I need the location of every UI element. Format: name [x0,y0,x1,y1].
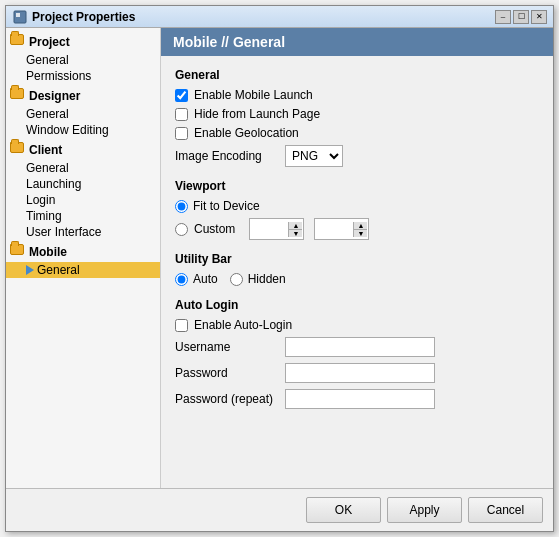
folder-icon-mobile [10,244,26,260]
tree-group-designer: Designer General Window Editing [6,86,160,138]
utility-bar-section: Utility Bar Auto Hidden [175,252,539,286]
custom-viewport-row: Custom 800 ▲ ▼ 600 ▲ ▼ [175,218,539,240]
sidebar-item-general1[interactable]: General [6,52,160,68]
svg-rect-1 [16,13,20,17]
viewport-width-spinbox-buttons: ▲ ▼ [288,222,302,237]
sidebar-item-designer[interactable]: Designer [6,86,160,106]
username-label: Username [175,340,285,354]
window-controls: – ☐ ✕ [495,10,547,24]
password-row: Password [175,363,539,383]
viewport-height-input[interactable]: 600 [315,222,353,236]
viewport-width-spinbox: 800 ▲ ▼ [249,218,304,240]
utility-auto-label: Auto [193,272,218,286]
viewport-height-spinbox: 600 ▲ ▼ [314,218,369,240]
fit-to-device-radio[interactable] [175,200,188,213]
tree-group-client: Client General Launching Login Timing Us… [6,140,160,240]
tree-group-mobile: Mobile General [6,242,160,278]
minimize-button[interactable]: – [495,10,511,24]
enable-mobile-launch-checkbox[interactable] [175,89,188,102]
enable-auto-login-label: Enable Auto-Login [194,318,292,332]
project-properties-window: Project Properties – ☐ ✕ Project General… [5,5,554,532]
username-row: Username [175,337,539,357]
enable-mobile-launch-label: Enable Mobile Launch [194,88,313,102]
password-label: Password [175,366,285,380]
hide-from-launch-label: Hide from Launch Page [194,107,320,121]
content-area: Project General Permissions Designer Gen… [6,28,553,488]
general-section-title: General [175,68,539,82]
sidebar-item-timing[interactable]: Timing [6,208,160,224]
sidebar-item-launching[interactable]: Launching [6,176,160,192]
folder-icon-client [10,142,26,158]
window-title: Project Properties [32,10,495,24]
sidebar-item-permissions[interactable]: Permissions [6,68,160,84]
sidebar-item-project[interactable]: Project [6,32,160,52]
sidebar-item-login[interactable]: Login [6,192,160,208]
viewport-section: Viewport Fit to Device Custom 800 ▲ ▼ [175,179,539,240]
utility-hidden-label: Hidden [248,272,286,286]
utility-bar-options-row: Auto Hidden [175,272,539,286]
password-repeat-label: Password (repeat) [175,392,285,406]
custom-label: Custom [194,222,235,236]
username-input[interactable] [285,337,435,357]
folder-icon-designer [10,88,26,104]
general-section: General Enable Mobile Launch Hide from L… [175,68,539,167]
sidebar-item-user-interface[interactable]: User Interface [6,224,160,240]
cancel-button[interactable]: Cancel [468,497,543,523]
sidebar-item-window-editing[interactable]: Window Editing [6,122,160,138]
tree-group-project: Project General Permissions [6,32,160,84]
footer: OK Apply Cancel [6,488,553,531]
image-encoding-row: Image Encoding PNG JPEG [175,145,539,167]
sidebar-item-mobile[interactable]: Mobile [6,242,160,262]
utility-hidden-radio[interactable] [230,273,243,286]
panel-header: Mobile // General [161,28,553,56]
main-panel: Mobile // General General Enable Mobile … [161,28,553,488]
apply-button[interactable]: Apply [387,497,462,523]
hide-from-launch-checkbox[interactable] [175,108,188,121]
viewport-height-spinbox-buttons: ▲ ▼ [353,222,367,237]
folder-icon-project [10,34,26,50]
image-encoding-select[interactable]: PNG JPEG [285,145,343,167]
viewport-height-up[interactable]: ▲ [354,222,367,230]
viewport-width-up[interactable]: ▲ [289,222,302,230]
window-icon [12,9,28,25]
password-input[interactable] [285,363,435,383]
sidebar-item-client[interactable]: Client [6,140,160,160]
enable-geolocation-label: Enable Geolocation [194,126,299,140]
enable-auto-login-row: Enable Auto-Login [175,318,539,332]
sidebar-item-general2[interactable]: General [6,106,160,122]
viewport-height-down[interactable]: ▼ [354,230,367,237]
image-encoding-label: Image Encoding [175,149,285,163]
fit-to-device-label: Fit to Device [193,199,260,213]
panel-body: General Enable Mobile Launch Hide from L… [161,56,553,488]
ok-button[interactable]: OK [306,497,381,523]
auto-login-section-title: Auto Login [175,298,539,312]
sidebar-item-mobile-general[interactable]: General [6,262,160,278]
viewport-section-title: Viewport [175,179,539,193]
utility-bar-section-title: Utility Bar [175,252,539,266]
auto-login-section: Auto Login Enable Auto-Login Username Pa… [175,298,539,409]
restore-button[interactable]: ☐ [513,10,529,24]
sidebar: Project General Permissions Designer Gen… [6,28,161,488]
close-button[interactable]: ✕ [531,10,547,24]
utility-auto-radio[interactable] [175,273,188,286]
arrow-icon-mobile-general [26,265,34,275]
fit-to-device-row: Fit to Device [175,199,539,213]
hide-from-launch-row: Hide from Launch Page [175,107,539,121]
sidebar-item-general3[interactable]: General [6,160,160,176]
enable-geolocation-row: Enable Geolocation [175,126,539,140]
viewport-width-down[interactable]: ▼ [289,230,302,237]
viewport-width-input[interactable]: 800 [250,222,288,236]
password-repeat-input[interactable] [285,389,435,409]
enable-mobile-launch-row: Enable Mobile Launch [175,88,539,102]
password-repeat-row: Password (repeat) [175,389,539,409]
enable-geolocation-checkbox[interactable] [175,127,188,140]
title-bar: Project Properties – ☐ ✕ [6,6,553,28]
enable-auto-login-checkbox[interactable] [175,319,188,332]
custom-radio[interactable] [175,223,188,236]
